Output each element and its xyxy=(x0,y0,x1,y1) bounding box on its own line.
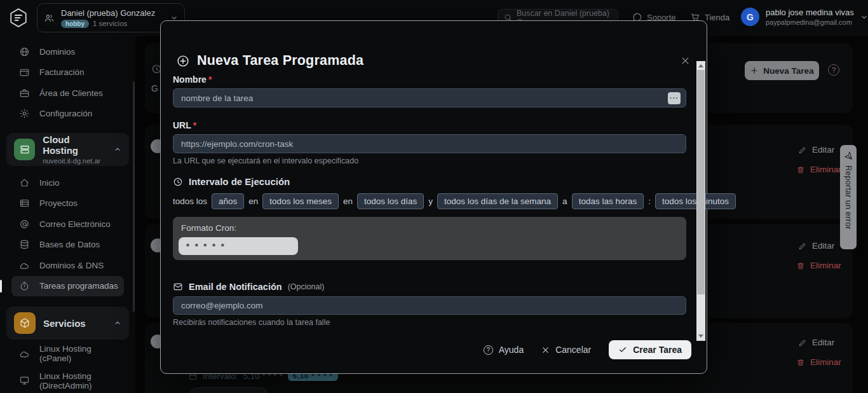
cloud-hosting-domain: nuveoit.it-dg.net.ar xyxy=(43,157,106,165)
month-select[interactable]: todos los meses xyxy=(262,193,339,209)
cron-joiner: a xyxy=(562,197,567,206)
cube-icon xyxy=(14,312,36,334)
report-error-tab[interactable]: Reportar un error xyxy=(840,145,857,249)
year-select[interactable]: años xyxy=(212,193,244,209)
sidebar-item-linux-directadmin[interactable]: Linux Hosting (DirectAdmin) xyxy=(11,367,124,393)
gear-icon xyxy=(19,108,30,119)
trash-icon xyxy=(796,358,805,367)
sidebar-item-linux-cpanel[interactable]: Linux Hosting (cPanel) xyxy=(11,343,124,364)
sidebar-item-label: Inicio xyxy=(39,178,60,188)
page-subtitle-fragment: G xyxy=(151,83,158,93)
sidebar-item-tareas-programadas[interactable]: Tareas programadas xyxy=(11,276,124,297)
sidebar-section-cloud-hosting[interactable]: Cloud Hosting nuveoit.it-dg.net.ar xyxy=(6,133,129,166)
email-helper: Recibirás notificaciones cuando la tarea… xyxy=(173,318,330,327)
browser-extension-icon[interactable]: ··· xyxy=(668,92,681,104)
sidebar-item-label: Linux Hosting (cPanel) xyxy=(39,344,124,363)
truncated-button[interactable] xyxy=(191,387,267,393)
cron-format-value[interactable]: * * * * * xyxy=(179,237,298,255)
user-menu[interactable]: G pablo jose medina vivas paypalpmedina@… xyxy=(741,8,868,26)
monitor-icon xyxy=(19,375,30,386)
new-task-modal: Nueva Tarea Programada Nombre* ··· URL* … xyxy=(160,20,707,374)
cron-joiner: en xyxy=(343,197,353,206)
app-root: Daniel (prueba) Gonzalez hobby 1 servici… xyxy=(0,0,868,393)
sidebar-scrollbar[interactable] xyxy=(133,81,135,312)
plan-badge: hobby xyxy=(61,20,89,28)
sidebar-item-inicio[interactable]: Inicio xyxy=(11,172,124,193)
trash-icon xyxy=(796,165,805,174)
brand-logo-icon[interactable] xyxy=(8,7,29,29)
scroll-up-arrow[interactable] xyxy=(698,64,703,67)
required-asterisk: * xyxy=(193,120,196,130)
cancel-button[interactable]: Cancelar xyxy=(541,345,591,355)
new-task-button[interactable]: Nueva Tarea xyxy=(745,61,819,80)
day-select[interactable]: todos los días xyxy=(357,193,424,209)
name-input[interactable] xyxy=(173,88,686,107)
sidebar-item-label: Dominios xyxy=(39,47,75,57)
sidebar-item-label: Bases de Datos xyxy=(39,240,100,249)
stopwatch-icon xyxy=(19,280,30,291)
delete-task-button[interactable]: Eliminar xyxy=(796,165,841,174)
notification-email-input[interactable] xyxy=(173,296,686,315)
url-helper: La URL que se ejecutará en el intervalo … xyxy=(173,156,358,165)
scrollbar-thumb[interactable] xyxy=(697,70,705,294)
sidebar-item-configuracion[interactable]: Configuración xyxy=(11,104,124,125)
account-name: Daniel (prueba) Gonzalez xyxy=(61,8,170,18)
sidebar-item-label: Área de Clientes xyxy=(39,88,103,98)
help-button[interactable]: ? Ayuda xyxy=(484,345,524,355)
sidebar-item-label: Dominios & DNS xyxy=(39,261,104,270)
cron-builder-row: todos los años en todos los meses en tod… xyxy=(173,193,736,209)
cron-joiner: en xyxy=(248,197,258,206)
sidebar-item-label: Proyectos xyxy=(39,198,78,208)
send-icon xyxy=(844,151,853,160)
modal-footer: ? Ayuda Cancelar Crear Tarea xyxy=(484,340,691,359)
sidebar-item-dominios-dns[interactable]: Dominios & DNS xyxy=(11,255,124,276)
chevron-up-icon xyxy=(114,146,121,153)
delete-task-button[interactable]: Eliminar xyxy=(796,261,841,270)
sidebar-item-facturacion[interactable]: Facturación xyxy=(11,62,124,83)
name-label: Nombre* xyxy=(173,74,212,85)
sidebar-item-area-clientes[interactable]: Área de Clientes xyxy=(11,83,124,104)
sidebar-item-bases-datos[interactable]: Bases de Datos xyxy=(11,235,124,256)
modal-scrollbar[interactable] xyxy=(696,61,705,341)
pencil-icon xyxy=(798,338,807,347)
edit-task-button[interactable]: Editar xyxy=(798,241,834,251)
sidebar-item-label: Linux Hosting (DirectAdmin) xyxy=(39,371,124,390)
hour-select[interactable]: todas las horas xyxy=(572,193,644,209)
sidebar-item-correo[interactable]: Correo Electrónico xyxy=(11,214,124,235)
check-icon xyxy=(618,345,627,354)
sidebar-item-proyectos[interactable]: Proyectos xyxy=(11,193,124,214)
sidebar-item-dominios[interactable]: Dominios xyxy=(11,41,124,62)
rows-icon xyxy=(19,198,30,209)
pencil-icon xyxy=(798,146,807,155)
page-help-icon[interactable]: ? xyxy=(828,64,839,76)
edit-task-button[interactable]: Editar xyxy=(798,145,834,155)
sidebar-section-servicios[interactable]: Servicios xyxy=(6,307,129,340)
close-icon[interactable] xyxy=(681,56,690,66)
optional-tag: (Opcional) xyxy=(288,282,325,291)
chevron-up-icon xyxy=(114,319,121,327)
cron-joiner: y xyxy=(428,197,433,206)
create-task-button[interactable]: Crear Tarea xyxy=(609,340,691,359)
email-section-title: Email de Notificación (Opcional) xyxy=(173,282,324,292)
cron-format-panel: Formato Cron: * * * * * xyxy=(173,217,686,260)
trash-icon xyxy=(796,261,805,270)
weekday-select[interactable]: todos los días de la semana xyxy=(437,193,558,209)
delete-task-button[interactable]: Eliminar xyxy=(796,357,841,367)
scroll-down-arrow[interactable] xyxy=(698,334,703,338)
users-icon xyxy=(44,13,55,24)
home-icon xyxy=(19,177,30,188)
clock-icon xyxy=(173,177,183,187)
cron-format-label: Formato Cron: xyxy=(181,223,236,233)
server-icon xyxy=(14,139,35,160)
sidebar-item-label: Facturación xyxy=(39,67,85,77)
cron-joiner: : xyxy=(648,197,651,206)
url-input[interactable] xyxy=(173,134,686,153)
interval-section-title: Intervalo de Ejecución xyxy=(173,176,290,187)
url-label: URL* xyxy=(173,120,196,130)
database-icon xyxy=(19,239,30,250)
edit-task-button[interactable]: Editar xyxy=(798,338,834,347)
minute-select[interactable]: todos los minutos xyxy=(655,193,736,209)
user-email: paypalpmedina@gmail.com xyxy=(766,18,854,26)
mail-icon xyxy=(173,282,183,292)
sidebar: Dominios Facturación Área de Clientes Co… xyxy=(0,36,135,393)
